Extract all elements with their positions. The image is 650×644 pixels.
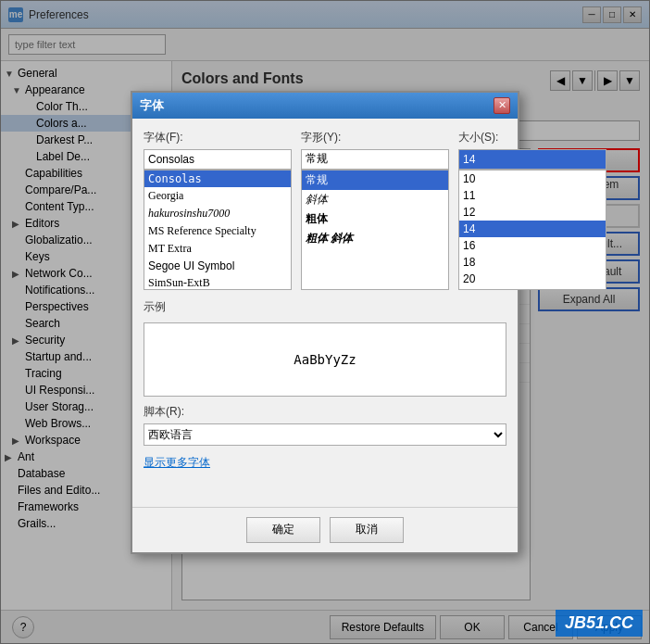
dialog-content: 字体(F): Consolas Georgia hakurosinshu7000… <box>132 119 518 507</box>
font-selection-row: 字体(F): Consolas Georgia hakurosinshu7000… <box>144 130 506 290</box>
font-list-item-mt-extra[interactable]: MT Extra <box>144 240 291 258</box>
font-input[interactable] <box>144 149 292 170</box>
size-item-16[interactable]: 16 <box>459 237 606 254</box>
style-item-bold-italic[interactable]: 粗体 斜体 <box>302 229 448 248</box>
dialog-ok-button[interactable]: 确定 <box>246 517 320 543</box>
font-list-item-georgia[interactable]: Georgia <box>144 187 291 205</box>
dialog-footer: 确定 取消 <box>132 507 518 552</box>
font-dialog: 字体 ✕ 字体(F): Consolas Georgia hakurosinsh… <box>131 91 519 554</box>
style-item-regular[interactable]: 常规 <box>302 170 448 190</box>
style-label: 字形(Y): <box>301 130 449 145</box>
show-more-fonts-link[interactable]: 显示更多字体 <box>144 455 506 471</box>
font-list-item-ms-ref[interactable]: MS Reference Specialty <box>144 222 291 240</box>
style-input[interactable] <box>301 149 449 170</box>
size-item-14[interactable]: 14 <box>459 221 606 237</box>
size-item-20[interactable]: 20 <box>459 271 606 287</box>
size-item-11[interactable]: 11 <box>459 187 606 204</box>
modal-overlay: 字体 ✕ 字体(F): Consolas Georgia hakurosinsh… <box>0 0 650 644</box>
preview-label: 示例 <box>144 299 506 315</box>
font-list-item-segoe[interactable]: Segoe UI Symbol <box>144 258 291 274</box>
size-listbox: 10 11 12 14 16 18 20 <box>458 170 606 290</box>
font-label: 字体(F): <box>144 130 292 145</box>
dialog-title-bar: 字体 ✕ <box>132 93 518 119</box>
font-list-item-haku[interactable]: hakurosinshu7000 <box>144 205 291 222</box>
watermark: JB51.CC <box>556 610 643 637</box>
script-select[interactable]: 西欧语言 <box>144 423 506 446</box>
preview-area: 示例 AaBbYyZz <box>144 299 506 397</box>
preview-box: AaBbYyZz <box>144 322 506 397</box>
style-item-bold[interactable]: 粗体 <box>302 209 448 229</box>
size-input[interactable] <box>458 149 606 170</box>
script-section: 脚本(R): 西欧语言 <box>144 404 506 446</box>
preview-text: AaBbYyZz <box>294 352 356 367</box>
font-list-item-simsun[interactable]: SimSun-ExtB <box>144 274 291 290</box>
dialog-close-button[interactable]: ✕ <box>494 97 510 114</box>
size-item-12[interactable]: 12 <box>459 204 606 221</box>
style-column: 字形(Y): 常规 斜体 粗体 粗体 斜体 <box>301 130 449 290</box>
font-list-item-consolas[interactable]: Consolas <box>144 170 291 187</box>
size-label: 大小(S): <box>458 130 606 145</box>
font-column: 字体(F): Consolas Georgia hakurosinshu7000… <box>144 130 292 290</box>
dialog-cancel-button[interactable]: 取消 <box>330 517 404 543</box>
size-item-10[interactable]: 10 <box>459 170 606 187</box>
style-listbox: 常规 斜体 粗体 粗体 斜体 <box>301 170 449 290</box>
style-item-italic[interactable]: 斜体 <box>302 190 448 209</box>
dialog-title: 字体 <box>140 97 164 114</box>
script-label: 脚本(R): <box>144 404 506 420</box>
size-item-18[interactable]: 18 <box>459 254 606 271</box>
font-listbox: Consolas Georgia hakurosinshu7000 MS Ref… <box>144 170 292 290</box>
size-column: 大小(S): 10 11 12 14 16 18 20 <box>458 130 606 290</box>
